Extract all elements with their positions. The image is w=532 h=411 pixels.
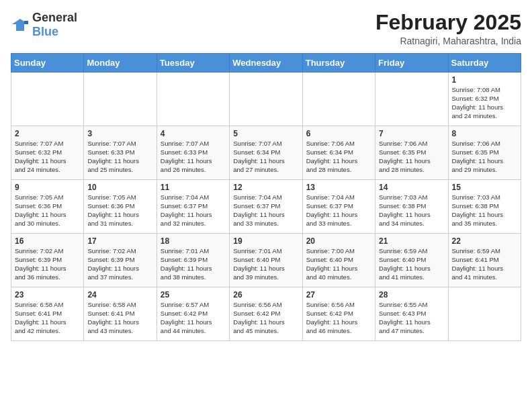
calendar-cell: 20Sunrise: 7:00 AM Sunset: 6:40 PM Dayli… [302,234,375,287]
day-header-sunday: Sunday [11,54,84,73]
day-number: 16 [15,236,80,246]
week-row-4: 16Sunrise: 7:02 AM Sunset: 6:39 PM Dayli… [11,234,521,287]
day-number: 3 [87,129,152,138]
main-title: February 2025 [375,11,521,34]
day-info: Sunrise: 7:08 AM Sunset: 6:32 PM Dayligh… [452,86,517,120]
logo-text: General Blue [32,11,77,39]
day-number: 4 [161,129,226,138]
calendar-cell: 6Sunrise: 7:06 AM Sunset: 6:34 PM Daylig… [302,126,375,180]
day-number: 10 [87,183,152,192]
day-number: 5 [233,129,298,138]
calendar-cell: 21Sunrise: 6:59 AM Sunset: 6:40 PM Dayli… [375,234,448,287]
day-header-thursday: Thursday [302,54,375,73]
logo: General Blue [11,11,77,39]
day-info: Sunrise: 7:07 AM Sunset: 6:33 PM Dayligh… [161,140,226,174]
day-info: Sunrise: 7:03 AM Sunset: 6:38 PM Dayligh… [379,193,444,228]
day-info: Sunrise: 6:56 AM Sunset: 6:42 PM Dayligh… [306,301,371,335]
day-info: Sunrise: 7:06 AM Sunset: 6:34 PM Dayligh… [306,140,371,174]
calendar-cell: 28Sunrise: 6:55 AM Sunset: 6:43 PM Dayli… [375,287,448,341]
day-number: 19 [233,236,298,246]
calendar-cell: 5Sunrise: 7:07 AM Sunset: 6:34 PM Daylig… [230,126,302,180]
day-info: Sunrise: 7:06 AM Sunset: 6:35 PM Dayligh… [379,140,444,174]
calendar-cell [448,287,521,341]
calendar-cell: 13Sunrise: 7:04 AM Sunset: 6:37 PM Dayli… [302,180,375,234]
calendar-cell: 19Sunrise: 7:01 AM Sunset: 6:40 PM Dayli… [230,234,302,287]
calendar-cell [230,73,302,126]
day-number: 1 [452,75,517,85]
calendar-cell: 17Sunrise: 7:02 AM Sunset: 6:39 PM Dayli… [84,234,157,287]
day-info: Sunrise: 6:56 AM Sunset: 6:42 PM Dayligh… [233,301,298,335]
header: General Blue February 2025 Ratnagiri, Ma… [11,11,521,46]
calendar-cell: 10Sunrise: 7:05 AM Sunset: 6:36 PM Dayli… [84,180,157,234]
day-number: 2 [15,129,80,138]
day-number: 18 [161,236,226,246]
calendar-cell: 22Sunrise: 6:59 AM Sunset: 6:41 PM Dayli… [448,234,521,287]
day-info: Sunrise: 7:05 AM Sunset: 6:36 PM Dayligh… [15,193,80,228]
day-info: Sunrise: 6:59 AM Sunset: 6:40 PM Dayligh… [379,247,444,281]
day-number: 6 [306,129,371,138]
calendar-cell: 7Sunrise: 7:06 AM Sunset: 6:35 PM Daylig… [375,126,448,180]
calendar-cell: 23Sunrise: 6:58 AM Sunset: 6:41 PM Dayli… [11,287,84,341]
day-number: 17 [87,236,152,246]
calendar-cell [84,73,157,126]
day-info: Sunrise: 7:02 AM Sunset: 6:39 PM Dayligh… [87,247,152,281]
day-number: 23 [15,290,80,300]
calendar-cell: 1Sunrise: 7:08 AM Sunset: 6:32 PM Daylig… [448,73,521,126]
calendar-cell: 18Sunrise: 7:01 AM Sunset: 6:39 PM Dayli… [157,234,229,287]
calendar-cell: 4Sunrise: 7:07 AM Sunset: 6:33 PM Daylig… [157,126,229,180]
day-info: Sunrise: 7:00 AM Sunset: 6:40 PM Dayligh… [306,247,371,281]
day-number: 25 [161,290,226,300]
day-info: Sunrise: 6:59 AM Sunset: 6:41 PM Dayligh… [452,247,517,281]
subtitle: Ratnagiri, Maharashtra, India [375,36,521,46]
calendar-cell: 16Sunrise: 7:02 AM Sunset: 6:39 PM Dayli… [11,234,84,287]
day-number: 11 [161,183,226,192]
day-info: Sunrise: 7:04 AM Sunset: 6:37 PM Dayligh… [233,193,298,228]
calendar-cell: 27Sunrise: 6:56 AM Sunset: 6:42 PM Dayli… [302,287,375,341]
day-number: 24 [87,290,152,300]
day-info: Sunrise: 6:58 AM Sunset: 6:41 PM Dayligh… [15,301,80,335]
logo-general: General [32,11,77,24]
day-header-tuesday: Tuesday [157,54,229,73]
day-info: Sunrise: 6:57 AM Sunset: 6:42 PM Dayligh… [161,301,226,335]
calendar-cell: 3Sunrise: 7:07 AM Sunset: 6:33 PM Daylig… [84,126,157,180]
day-info: Sunrise: 6:58 AM Sunset: 6:41 PM Dayligh… [87,301,152,335]
week-row-1: 1Sunrise: 7:08 AM Sunset: 6:32 PM Daylig… [11,73,521,126]
calendar-cell: 14Sunrise: 7:03 AM Sunset: 6:38 PM Dayli… [375,180,448,234]
day-info: Sunrise: 7:07 AM Sunset: 6:34 PM Dayligh… [233,140,298,174]
day-info: Sunrise: 7:02 AM Sunset: 6:39 PM Dayligh… [15,247,80,281]
day-info: Sunrise: 7:06 AM Sunset: 6:35 PM Dayligh… [452,140,517,174]
calendar-table: SundayMondayTuesdayWednesdayThursdayFrid… [11,53,521,341]
logo-icon [11,17,30,32]
day-number: 15 [452,183,517,192]
week-row-2: 2Sunrise: 7:07 AM Sunset: 6:32 PM Daylig… [11,126,521,180]
day-header-saturday: Saturday [448,54,521,73]
day-number: 21 [379,236,444,246]
day-number: 26 [233,290,298,300]
day-info: Sunrise: 7:04 AM Sunset: 6:37 PM Dayligh… [161,193,226,228]
day-info: Sunrise: 7:07 AM Sunset: 6:32 PM Dayligh… [15,140,80,174]
day-header-monday: Monday [84,54,157,73]
calendar-cell: 12Sunrise: 7:04 AM Sunset: 6:37 PM Dayli… [230,180,302,234]
day-info: Sunrise: 7:03 AM Sunset: 6:38 PM Dayligh… [452,193,517,228]
day-info: Sunrise: 7:01 AM Sunset: 6:40 PM Dayligh… [233,247,298,281]
day-info: Sunrise: 7:05 AM Sunset: 6:36 PM Dayligh… [87,193,152,228]
header-row: SundayMondayTuesdayWednesdayThursdayFrid… [11,54,521,73]
calendar-cell: 24Sunrise: 6:58 AM Sunset: 6:41 PM Dayli… [84,287,157,341]
calendar-cell: 9Sunrise: 7:05 AM Sunset: 6:36 PM Daylig… [11,180,84,234]
day-info: Sunrise: 7:07 AM Sunset: 6:33 PM Dayligh… [87,140,152,174]
day-number: 28 [379,290,444,300]
calendar-cell: 11Sunrise: 7:04 AM Sunset: 6:37 PM Dayli… [157,180,229,234]
calendar-cell [375,73,448,126]
day-number: 12 [233,183,298,192]
day-header-wednesday: Wednesday [230,54,302,73]
day-number: 7 [379,129,444,138]
week-row-3: 9Sunrise: 7:05 AM Sunset: 6:36 PM Daylig… [11,180,521,234]
day-info: Sunrise: 7:01 AM Sunset: 6:39 PM Dayligh… [161,247,226,281]
calendar-cell: 8Sunrise: 7:06 AM Sunset: 6:35 PM Daylig… [448,126,521,180]
calendar-cell [11,73,84,126]
day-number: 27 [306,290,371,300]
calendar-cell: 15Sunrise: 7:03 AM Sunset: 6:38 PM Dayli… [448,180,521,234]
day-number: 8 [452,129,517,138]
day-number: 13 [306,183,371,192]
title-area: February 2025 Ratnagiri, Maharashtra, In… [375,11,521,46]
